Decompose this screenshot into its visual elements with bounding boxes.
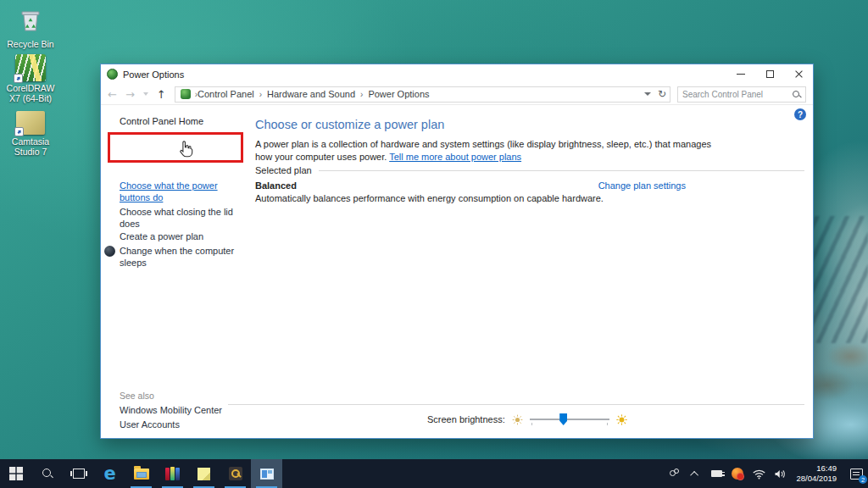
sidebar-item-control-panel-home[interactable]: Control Panel Home [120,116,203,126]
task-view-icon [73,469,85,479]
divider [319,170,804,171]
forward-button[interactable]: → [125,88,135,101]
taskbar: e 16:49 28/04/2019 [0,459,868,488]
navigation-toolbar: ← → ↑ › Control Panel › Hardware and Sou… [101,84,813,105]
divider [228,404,804,405]
taskbar-winrar-button[interactable] [157,459,188,488]
back-button[interactable]: ← [108,88,117,101]
tell-me-more-link[interactable]: Tell me more about power plans [389,152,521,162]
recycle-bin-icon [16,7,45,37]
notification-badge: 2 [859,475,867,484]
show-hidden-icons-button[interactable] [688,467,702,480]
title-bar[interactable]: Power Options [101,64,813,84]
shortcut-arrow-icon [14,74,23,83]
brightness-slider[interactable] [530,413,609,426]
desktop-icon-label: Recycle Bin [7,39,53,49]
taskbar-edge-button[interactable]: e [94,459,125,488]
sidebar-item-computer-sleeps[interactable]: Change when the computer sleeps [120,245,240,269]
search-icon[interactable] [792,90,801,99]
minimize-icon [737,74,745,75]
close-icon [794,69,804,79]
slider-track[interactable] [530,419,609,420]
close-button[interactable] [784,64,813,84]
clock-time: 16:49 [816,463,837,474]
network-icon [753,469,765,480]
action-center-button[interactable]: 2 [849,467,863,480]
people-button[interactable] [667,467,681,480]
intro-text: A power plan is a collection of hardware… [255,138,720,164]
power-plug-icon [711,470,722,477]
file-explorer-icon [134,469,149,480]
selected-plan-label: Selected plan [255,165,312,175]
bottom-bar: Screen brightness: [101,404,813,438]
location-icon [181,89,191,99]
address-dropdown-icon[interactable] [644,92,651,96]
breadcrumb-control-panel[interactable]: Control Panel [198,89,254,99]
slider-tick [607,423,608,425]
crumb-separator: › [360,90,363,99]
clock-date: 28/04/2019 [796,474,837,484]
hand-cursor-icon [176,140,195,158]
security-app-tray-button[interactable] [731,467,744,480]
recent-pages-chevron-icon[interactable] [143,92,148,96]
brightness-high-icon [616,414,627,425]
coreldraw-icon [15,54,46,81]
task-view-button[interactable] [63,459,94,488]
breadcrumb-power-options[interactable]: Power Options [368,89,429,99]
wallpaper-land-patch [809,335,868,407]
desktop-icon-camtasia[interactable]: Camtasia Studio 7 [0,111,61,157]
sphere-icon [104,246,115,257]
taskbar-search-button[interactable] [31,459,63,488]
control-panel-window-icon [260,469,274,480]
maximize-button[interactable] [755,64,784,84]
brightness-slider-thumb[interactable] [559,413,567,425]
camtasia-icon [16,111,45,135]
screen-brightness-label: Screen brightness: [427,414,505,424]
tutorial-highlight-box [108,132,243,163]
change-plan-settings-link[interactable]: Change plan settings [598,180,686,191]
see-also-label: See also [120,391,154,401]
desktop-icon-label: Camtasia Studio 7 [0,136,61,157]
shortcut-arrow-icon [14,127,24,136]
search-input[interactable] [682,90,792,99]
volume-tray-button[interactable] [773,467,787,480]
refresh-icon[interactable]: ↻ [658,88,666,100]
taskbar-sticky-notes-button[interactable] [188,459,220,488]
taskbar-control-panel-button[interactable] [251,459,282,488]
sticky-notes-icon [198,468,210,480]
desktop-icon-coreldraw[interactable]: CorelDRAW X7 (64-Bit) [0,54,61,103]
winrar-icon [165,467,180,480]
power-tray-button[interactable] [709,467,723,480]
taskbar-file-explorer-button[interactable] [125,459,157,488]
chevron-up-icon [690,470,698,479]
volume-icon [774,469,787,480]
search-icon [42,468,53,480]
window-title: Power Options [123,69,184,80]
sidebar-item-power-buttons[interactable]: Choose what the power buttons do [120,180,240,204]
start-button[interactable] [0,459,31,488]
power-options-app-icon [107,69,118,80]
crumb-separator: › [259,90,262,99]
power-options-window: Power Options ← → ↑ › Control Panel › Ha… [100,64,814,439]
network-tray-button[interactable] [752,467,765,480]
desktop-icon-recycle-bin[interactable]: Recycle Bin [0,7,61,49]
plan-name: Balanced [255,180,297,191]
system-tray: 16:49 28/04/2019 2 [667,459,868,488]
page-title: Choose or customize a power plan [255,118,444,131]
taskbar-key-app-button[interactable] [220,459,251,488]
minimize-button[interactable] [726,64,755,84]
address-bar[interactable]: › Control Panel › Hardware and Sound › P… [175,86,670,103]
up-button[interactable]: ↑ [157,88,166,101]
desktop-icon-label: CorelDRAW X7 (64-Bit) [0,83,61,103]
key-app-icon [229,467,242,480]
people-icon [669,469,679,479]
breadcrumb-hardware-and-sound[interactable]: Hardware and Sound [267,89,355,99]
security-app-icon [732,468,743,480]
sidebar-item-closing-lid[interactable]: Choose what closing the lid does [120,206,240,230]
plan-description: Automatically balances performance with … [255,193,604,203]
main-pane: Choose or customize a power plan A power… [255,106,813,404]
taskbar-clock[interactable]: 16:49 28/04/2019 [794,463,838,484]
windows-logo-icon [9,467,23,480]
search-box[interactable] [677,86,806,103]
sidebar-item-create-power-plan[interactable]: Create a power plan [120,230,240,242]
